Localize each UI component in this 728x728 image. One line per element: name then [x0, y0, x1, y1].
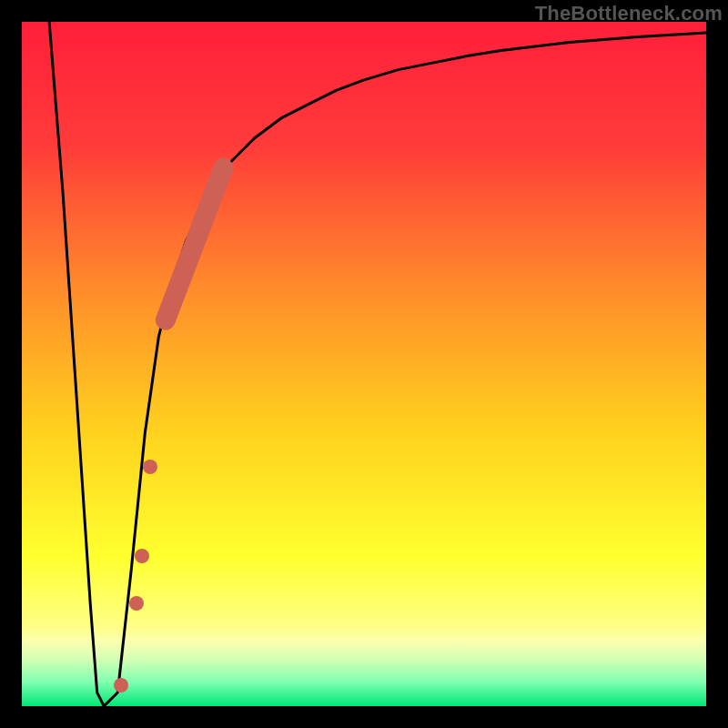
watermark-text: TheBottleneck.com	[535, 2, 723, 25]
highlight-dot	[135, 549, 149, 563]
chart-frame: TheBottleneck.com	[0, 0, 728, 728]
bottleneck-curve	[22, 22, 706, 706]
plot-area	[22, 22, 706, 706]
